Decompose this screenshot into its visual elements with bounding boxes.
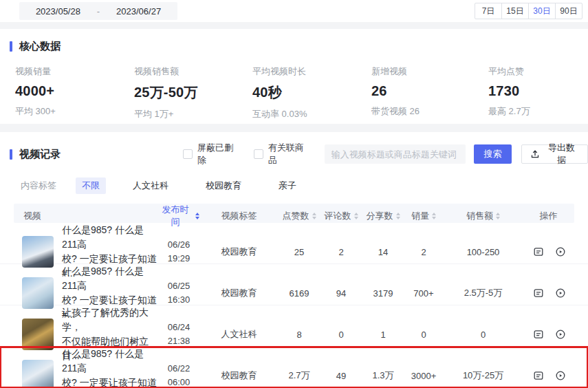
publish-time-cell: 06/25 16:30 (158, 279, 199, 307)
top-bar: 2023/05/28 - 2023/06/27 7日 15日 30日 90日 (0, 0, 588, 22)
metric-label: 视频销量 (15, 65, 134, 78)
actions-cell (523, 329, 588, 340)
col-header-label: 评论数 (325, 210, 351, 222)
video-cell: 什么是985? 什么是211高 校? 一定要让孩子知道#... (0, 347, 158, 388)
video-title[interactable]: 什么是985? 什么是211高 校? 一定要让孩子知道#... (62, 347, 158, 388)
metric-sub: 互动率 0.03% (252, 108, 371, 120)
shares-cell: 1.3万 (362, 369, 404, 382)
video-title-line1: 让孩子了解优秀的大学， (62, 305, 158, 334)
video-thumbnail[interactable] (22, 319, 54, 350)
content-tag-filter: 内容标签 不限 人文社科 校园教育 亲子 (0, 166, 588, 194)
metric-video-sales: 视频销量 4000+ 平均 300+ (15, 65, 134, 120)
video-tag-cell: 校园教育 (199, 246, 279, 258)
shares-cell: 3179 (362, 288, 404, 299)
metric-value: 26 (371, 83, 488, 99)
export-button-label: 导出数据 (544, 142, 579, 166)
checkbox-has-product[interactable]: 有关联商品 (254, 142, 312, 166)
metric-new-videos: 新增视频 26 带货视频 26 (371, 65, 488, 120)
publish-date: 06/26 (158, 238, 199, 252)
records-header: 视频记录 屏蔽已删除 有关联商品 搜索 导出数据 (0, 142, 588, 166)
publish-date: 06/22 (158, 362, 199, 376)
col-header-revenue[interactable]: 销售额 (444, 210, 523, 222)
filter-option-humanities[interactable]: 人文社科 (127, 177, 175, 194)
export-data-button[interactable]: 导出数据 (521, 144, 588, 164)
play-circle-icon[interactable] (555, 246, 566, 257)
video-title-line1: 什么是985? 什么是211高 (62, 264, 158, 293)
table-row-highlighted: 什么是985? 什么是211高 校? 一定要让孩子知道#... 06/22 06… (0, 347, 588, 388)
checkbox-hide-deleted[interactable]: 屏蔽已删除 (183, 142, 241, 166)
col-header-shares[interactable]: 分享数 (362, 210, 404, 222)
comments-cell: 94 (320, 288, 362, 299)
video-thumbnail[interactable] (22, 236, 54, 268)
filter-label: 内容标签 (21, 180, 56, 192)
revenue-cell: 2.5万-5万 (444, 287, 523, 299)
sort-icon (312, 213, 316, 219)
sort-icon (396, 213, 400, 219)
revenue-cell: 0 (444, 330, 523, 340)
period-button-90d[interactable]: 90日 (555, 3, 582, 19)
detail-icon[interactable] (533, 246, 544, 257)
metric-value: 25万-50万 (134, 83, 252, 102)
sales-cell: 2 (404, 247, 444, 257)
export-icon (530, 149, 540, 159)
filter-option-unlimited[interactable]: 不限 (76, 177, 106, 194)
detail-icon[interactable] (533, 329, 544, 340)
publish-clock: 16:30 (158, 293, 199, 307)
metric-sub: 平均 300+ (15, 105, 134, 118)
metrics-row: 视频销量 4000+ 平均 300+ 视频销售额 25万-50万 平均 1万+ … (10, 53, 588, 120)
comments-cell: 0 (320, 330, 362, 340)
col-header-publish-time[interactable]: 发布时间 (158, 204, 199, 228)
play-circle-icon[interactable] (555, 288, 566, 299)
date-separator: - (97, 6, 100, 17)
metric-avg-duration: 平均视频时长 40秒 互动率 0.03% (252, 65, 371, 120)
filter-option-parenting[interactable]: 亲子 (272, 177, 303, 194)
sort-icon (432, 213, 436, 219)
col-header-comments[interactable]: 评论数 (320, 210, 362, 222)
date-range-picker[interactable]: 2023/05/28 - 2023/06/27 (19, 2, 177, 20)
play-circle-icon[interactable] (555, 329, 566, 340)
actions-cell (523, 288, 588, 299)
table-row: 让孩子了解优秀的大学， 不仅能帮助他们树立目... 06/24 21:38 人文… (0, 305, 588, 347)
section-accent-bar (10, 41, 12, 52)
metric-value: 1730 (488, 83, 530, 99)
col-header-likes[interactable]: 点赞数 (279, 210, 320, 222)
comments-cell: 49 (320, 371, 362, 381)
period-button-15d[interactable]: 15日 (501, 3, 529, 19)
publish-date: 06/25 (158, 279, 199, 293)
metric-value: 4000+ (15, 83, 134, 99)
video-title-line1: 什么是985? 什么是211高 (62, 347, 158, 376)
publish-clock: 21:38 (158, 334, 199, 348)
sort-icon (496, 213, 500, 219)
video-thumbnail[interactable] (22, 360, 54, 388)
likes-cell: 25 (279, 247, 320, 257)
search-input[interactable] (325, 144, 466, 164)
publish-clock: 06:00 (158, 376, 199, 388)
col-header-sales[interactable]: 销量 (404, 210, 444, 222)
video-title-line2: 校? 一定要让孩子知道#... (62, 376, 158, 388)
col-header-label: 销售额 (466, 210, 493, 222)
revenue-cell: 100-250 (444, 247, 523, 257)
period-button-30d[interactable]: 30日 (528, 3, 556, 19)
metric-label: 平均视频时长 (252, 65, 371, 78)
sales-cell: 700+ (404, 288, 444, 299)
table-row: 什么是985? 什么是211高 校? 一定要让孩子知道#... 06/25 16… (0, 264, 588, 305)
date-end: 2023/06/27 (116, 6, 161, 17)
search-button[interactable]: 搜索 (474, 144, 512, 164)
metric-video-revenue: 视频销售额 25万-50万 平均 1万+ (134, 65, 252, 120)
records-title: 视频记录 (10, 148, 183, 161)
detail-icon[interactable] (533, 370, 544, 381)
detail-icon[interactable] (533, 288, 544, 299)
section-title-text: 核心数据 (19, 40, 61, 53)
video-thumbnail[interactable] (22, 277, 54, 309)
metric-avg-likes: 平均点赞 1730 最高 2.7万 (488, 65, 530, 120)
checkbox-icon[interactable] (254, 149, 263, 159)
metric-value: 40秒 (252, 83, 371, 102)
play-circle-icon[interactable] (555, 370, 566, 381)
table-header: 视频 发布时间 视频标签 点赞数 评论数 分享数 销量 (14, 204, 574, 223)
period-button-7d[interactable]: 7日 (475, 3, 502, 19)
analytics-page: 2023/05/28 - 2023/06/27 7日 15日 30日 90日 核… (0, 0, 588, 388)
publish-date: 06/24 (158, 321, 199, 334)
checkbox-label: 屏蔽已删除 (197, 142, 241, 166)
checkbox-icon[interactable] (183, 149, 193, 159)
filter-option-campus-education[interactable]: 校园教育 (199, 177, 248, 194)
